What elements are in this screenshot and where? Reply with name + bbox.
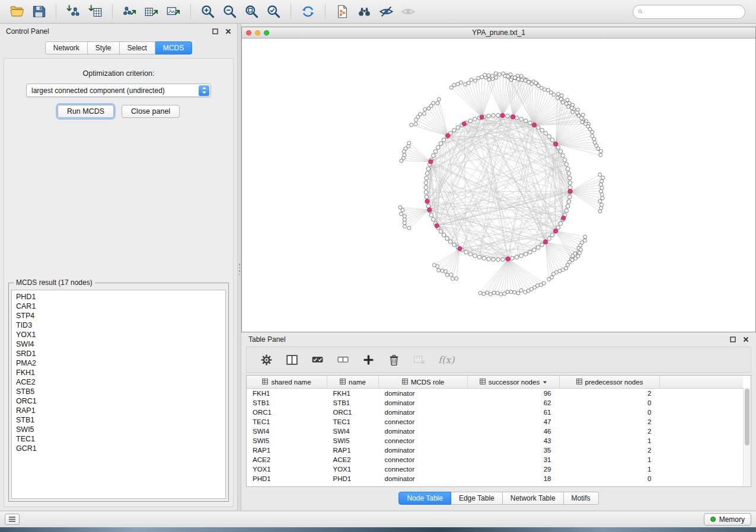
- panel-splitter[interactable]: [237, 24, 241, 511]
- close-panel-icon[interactable]: [225, 28, 231, 34]
- table-row[interactable]: ACE2ACE2connector311: [247, 455, 743, 464]
- mcds-node-item[interactable]: GCR1: [12, 444, 225, 453]
- scrollbar-thumb[interactable]: [745, 389, 749, 446]
- splitter-grip-icon: [239, 264, 241, 275]
- refresh-icon[interactable]: [299, 3, 317, 20]
- mcds-node-item[interactable]: PMA2: [12, 358, 225, 368]
- tab-style[interactable]: Style: [88, 41, 120, 55]
- table-scrollbar[interactable]: [743, 387, 750, 486]
- cell-role: dominator: [379, 398, 468, 408]
- mcds-node-item[interactable]: SRD1: [12, 349, 225, 358]
- tab-edge-table[interactable]: Edge Table: [451, 492, 503, 505]
- column-header-predecessors[interactable]: predecessor nodes: [560, 376, 660, 389]
- table-row[interactable]: TEC1TEC1connector472: [247, 417, 743, 427]
- clear-icon: [412, 352, 428, 368]
- mcds-node-item[interactable]: SWI4: [12, 339, 225, 349]
- tab-network-table[interactable]: Network Table: [503, 492, 564, 505]
- import-network-icon[interactable]: [65, 3, 82, 20]
- memory-button[interactable]: Memory: [704, 513, 751, 525]
- settings-icon[interactable]: [259, 352, 275, 368]
- table-row[interactable]: RAP1RAP1dominator352: [247, 446, 743, 455]
- table-row[interactable]: PHD1PHD1dominator180: [247, 474, 743, 483]
- cell-predecessors: 0: [560, 474, 660, 483]
- status-menu-icon[interactable]: [5, 514, 20, 525]
- function-builder-icon: f(x): [438, 354, 454, 366]
- close-mcds-panel-button[interactable]: Close panel: [122, 105, 180, 118]
- search-input[interactable]: [646, 7, 740, 17]
- mcds-node-item[interactable]: STB1: [12, 415, 225, 425]
- delete-icon[interactable]: [386, 352, 402, 368]
- run-mcds-button[interactable]: Run MCDS: [58, 105, 114, 118]
- export-table-icon[interactable]: [143, 3, 160, 20]
- cell-role: connector: [379, 436, 468, 446]
- memory-label: Memory: [719, 515, 745, 524]
- float-panel-icon[interactable]: [212, 28, 218, 34]
- export-network-icon[interactable]: [121, 3, 138, 20]
- network-window-titlebar[interactable]: YPA_prune.txt_1: [242, 27, 755, 39]
- main-area: Control Panel NetworkStyleSelectMCDS Opt…: [0, 24, 756, 511]
- mcds-node-item[interactable]: YOX1: [12, 330, 225, 339]
- column-header-role[interactable]: MCDS role: [379, 376, 468, 389]
- import-table-icon[interactable]: [87, 3, 104, 20]
- tab-network[interactable]: Network: [45, 41, 88, 55]
- tab-select[interactable]: Select: [120, 41, 155, 55]
- cell-role: dominator: [379, 408, 468, 417]
- table-tabs: Node TableEdge TableNetwork TableMotifs: [241, 489, 756, 507]
- zoom-out-icon[interactable]: [221, 3, 238, 20]
- column-header-shared_name[interactable]: shared name: [247, 376, 327, 389]
- add-icon[interactable]: [361, 352, 377, 368]
- mcds-node-item[interactable]: TID3: [12, 321, 225, 330]
- close-window-button[interactable]: [246, 30, 251, 36]
- cell-shared_name: FKH1: [247, 389, 327, 399]
- close-table-panel-icon[interactable]: [743, 336, 749, 342]
- column-header-name[interactable]: name: [327, 376, 379, 389]
- zoom-selected-icon[interactable]: [265, 3, 282, 20]
- save-icon[interactable]: [30, 3, 47, 20]
- deselect-all-icon[interactable]: [335, 352, 351, 368]
- mcds-node-item[interactable]: ACE2: [12, 377, 225, 387]
- criterion-dropdown[interactable]: largest connected component (undirected): [26, 84, 211, 97]
- table-row[interactable]: YOX1YOX1connector291: [247, 464, 743, 474]
- float-table-panel-icon[interactable]: [730, 336, 736, 342]
- mcds-node-item[interactable]: SWI5: [12, 425, 225, 434]
- zoom-fit-icon[interactable]: [243, 3, 260, 20]
- table-row[interactable]: FKH1FKH1dominator962: [247, 389, 743, 399]
- network-canvas[interactable]: [242, 39, 755, 332]
- columns-icon[interactable]: [284, 352, 300, 368]
- cell-role: dominator: [379, 446, 468, 455]
- hide-details-icon[interactable]: [378, 3, 395, 20]
- column-header-successors[interactable]: successor nodes: [468, 376, 560, 389]
- mcds-result-group: MCDS result (17 nodes) PHD1CAR1STP4TID3Y…: [8, 283, 229, 502]
- clone-network-icon[interactable]: [334, 3, 351, 20]
- mcds-node-item[interactable]: STB5: [12, 387, 225, 396]
- search-network-icon[interactable]: [356, 3, 373, 20]
- network-window-title: YPA_prune.txt_1: [242, 28, 755, 37]
- zoom-in-icon[interactable]: [199, 3, 216, 20]
- select-all-icon[interactable]: [310, 352, 326, 368]
- dropdown-arrows-icon: [199, 85, 209, 96]
- export-image-icon[interactable]: [165, 3, 182, 20]
- cell-successors: 96: [468, 389, 560, 399]
- tab-mcds[interactable]: MCDS: [155, 41, 192, 55]
- criterion-value: largest connected component (undirected): [31, 86, 165, 95]
- mcds-node-item[interactable]: ORC1: [12, 396, 225, 406]
- mcds-node-item[interactable]: FKH1: [12, 368, 225, 377]
- mcds-node-item[interactable]: RAP1: [12, 406, 225, 415]
- column-icon: [262, 379, 268, 386]
- minimize-window-button[interactable]: [255, 30, 260, 36]
- mcds-node-item[interactable]: PHD1: [12, 292, 225, 302]
- mcds-node-item[interactable]: CAR1: [12, 302, 225, 311]
- mcds-node-item[interactable]: TEC1: [12, 434, 225, 444]
- mcds-node-item[interactable]: STP4: [12, 311, 225, 321]
- table-row[interactable]: SWI5SWI5connector431: [247, 436, 743, 446]
- table-row[interactable]: STB1STB1dominator620: [247, 398, 743, 408]
- table-row[interactable]: SWI4SWI4dominator462: [247, 427, 743, 436]
- toolbar-separator: [190, 4, 191, 20]
- table-row[interactable]: ORC1ORC1dominator610: [247, 408, 743, 417]
- mcds-buttons: Run MCDS Close panel: [58, 105, 180, 118]
- open-file-icon[interactable]: [8, 3, 25, 20]
- tab-node-table[interactable]: Node Table: [398, 492, 451, 505]
- zoom-window-button[interactable]: [264, 30, 269, 36]
- main-toolbar: [0, 0, 756, 24]
- tab-motifs[interactable]: Motifs: [564, 492, 599, 505]
